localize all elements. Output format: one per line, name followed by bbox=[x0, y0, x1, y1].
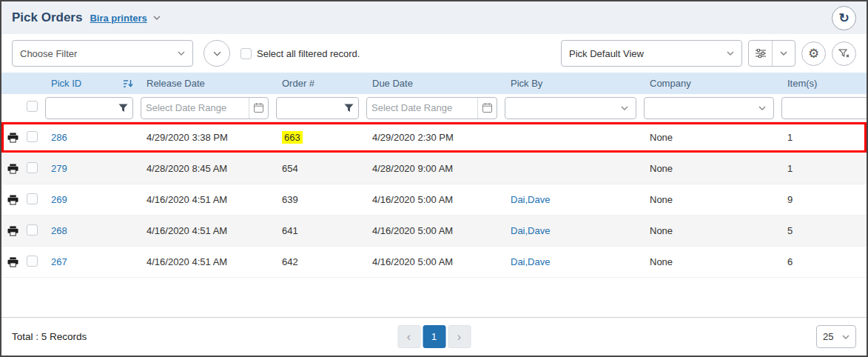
chevron-down-icon bbox=[780, 51, 787, 56]
chevron-down-icon bbox=[842, 335, 850, 339]
view-select[interactable]: Pick Default View bbox=[561, 40, 742, 67]
filter-company-cell bbox=[642, 97, 780, 119]
company-cell: None bbox=[642, 225, 780, 236]
total-records-label: Total : 5 Records bbox=[12, 331, 87, 342]
print-cell bbox=[1, 164, 24, 174]
order-value: 642 bbox=[282, 256, 298, 267]
column-header-pick-by[interactable]: Pick By bbox=[503, 78, 642, 89]
calendar-icon bbox=[482, 103, 492, 113]
toolbar: Choose Filter Select all filtered record… bbox=[1, 34, 867, 73]
chevron-down-icon bbox=[727, 51, 734, 56]
release-date-calendar-button[interactable] bbox=[249, 98, 268, 119]
order-value: 654 bbox=[282, 163, 298, 174]
items-value: 1 bbox=[787, 132, 793, 143]
print-button[interactable] bbox=[7, 164, 18, 174]
column-label-due-date: Due Date bbox=[372, 78, 413, 89]
order-filter-menu-button[interactable] bbox=[340, 98, 358, 119]
due-date-calendar-button[interactable] bbox=[477, 98, 497, 119]
items-value: 5 bbox=[787, 225, 793, 236]
print-cell bbox=[1, 133, 24, 143]
order-cell: 639 bbox=[275, 194, 365, 205]
column-settings-button[interactable] bbox=[749, 41, 772, 66]
company-value: None bbox=[650, 256, 673, 267]
column-header-release-date[interactable]: Release Date bbox=[139, 78, 275, 89]
table-row: 268 4/16/2020 4:51 AM 641 4/16/2020 5:00… bbox=[1, 216, 867, 247]
pick-id-link[interactable]: 279 bbox=[51, 163, 67, 174]
due-date-filter-input[interactable] bbox=[367, 98, 477, 119]
row-checkbox[interactable] bbox=[27, 193, 38, 204]
pick-by-value[interactable]: Dai,Dave bbox=[511, 194, 550, 205]
column-label-order: Order # bbox=[282, 78, 314, 89]
current-page-button[interactable]: 1 bbox=[423, 325, 445, 348]
print-button[interactable] bbox=[7, 226, 18, 236]
pick-id-filter-menu-button[interactable] bbox=[114, 98, 132, 119]
items-cell: 6 bbox=[780, 256, 867, 267]
print-button[interactable] bbox=[7, 133, 18, 143]
items-filter-input[interactable] bbox=[782, 98, 868, 119]
page-size-select[interactable]: 25 bbox=[816, 325, 856, 348]
sort-icon[interactable] bbox=[124, 79, 133, 88]
row-checkbox[interactable] bbox=[27, 256, 38, 267]
prev-page-button[interactable]: ‹ bbox=[397, 325, 420, 348]
order-filter-input[interactable] bbox=[277, 98, 340, 119]
pick-id-link[interactable]: 267 bbox=[51, 256, 67, 267]
clear-filters-button[interactable] bbox=[832, 41, 856, 66]
table-body: 286 4/29/2020 3:38 PM 663 4/29/2020 2:30… bbox=[1, 122, 867, 278]
items-cell: 1 bbox=[780, 132, 867, 143]
choose-filter-select[interactable]: Choose Filter bbox=[12, 40, 193, 67]
filter-checkbox-cell bbox=[24, 101, 44, 115]
pick-by-value[interactable]: Dai,Dave bbox=[511, 225, 550, 236]
select-all-filtered-checkbox[interactable] bbox=[240, 48, 252, 59]
checkbox-cell bbox=[24, 131, 44, 144]
chevron-down-icon bbox=[213, 51, 221, 56]
next-page-button[interactable]: › bbox=[448, 325, 471, 348]
refresh-button[interactable]: ↻ bbox=[832, 6, 856, 30]
row-checkbox[interactable] bbox=[27, 162, 38, 173]
company-selector-link[interactable]: Bira printers bbox=[90, 13, 147, 24]
select-all-rows-checkbox[interactable] bbox=[27, 101, 38, 112]
due-date-value: 4/16/2020 5:00 AM bbox=[372, 225, 453, 236]
clear-filter-icon bbox=[838, 49, 850, 59]
due-date-cell: 4/29/2020 2:30 PM bbox=[365, 132, 503, 143]
sliders-icon bbox=[756, 49, 766, 58]
pick-by-cell: Dai,Dave bbox=[503, 256, 642, 267]
filter-funnel-icon bbox=[344, 104, 354, 113]
pick-by-filter-select[interactable] bbox=[505, 97, 636, 119]
column-header-company[interactable]: Company bbox=[642, 78, 780, 89]
checkbox-cell bbox=[24, 256, 44, 269]
row-checkbox[interactable] bbox=[27, 131, 38, 142]
column-header-due-date[interactable]: Due Date bbox=[365, 78, 503, 89]
chevron-down-icon[interactable] bbox=[153, 16, 161, 20]
settings-button[interactable]: ⚙ bbox=[801, 41, 826, 66]
checkbox-cell bbox=[24, 193, 44, 207]
pick-id-link[interactable]: 269 bbox=[51, 194, 67, 205]
release-date-cell: 4/16/2020 4:51 AM bbox=[139, 256, 275, 267]
column-label-pick-id: Pick ID bbox=[51, 78, 81, 89]
print-button[interactable] bbox=[7, 195, 18, 205]
column-header-pick-id[interactable]: Pick ID bbox=[44, 78, 139, 89]
print-button[interactable] bbox=[7, 257, 18, 267]
pick-id-cell: 267 bbox=[44, 256, 139, 267]
filter-due-date-cell bbox=[365, 97, 503, 119]
release-date-filter-input[interactable] bbox=[141, 98, 249, 119]
chevron-down-icon bbox=[758, 106, 766, 110]
pick-id-link[interactable]: 268 bbox=[51, 225, 67, 236]
column-header-items[interactable]: Item(s) bbox=[780, 78, 867, 89]
company-filter-select[interactable] bbox=[644, 97, 774, 119]
items-cell: 9 bbox=[780, 194, 867, 205]
table-row: 267 4/16/2020 4:51 AM 642 4/16/2020 5:00… bbox=[1, 247, 867, 278]
view-options-dropdown-button[interactable] bbox=[772, 41, 795, 66]
expand-filter-button[interactable] bbox=[203, 40, 230, 67]
pick-by-value[interactable]: Dai,Dave bbox=[511, 256, 550, 267]
pick-id-filter-input[interactable] bbox=[46, 98, 114, 119]
row-checkbox[interactable] bbox=[27, 224, 38, 236]
column-header-order[interactable]: Order # bbox=[275, 78, 365, 89]
order-value: 639 bbox=[282, 194, 298, 205]
order-cell: 654 bbox=[275, 163, 365, 174]
printer-icon bbox=[7, 257, 18, 267]
column-label-company: Company bbox=[650, 78, 691, 89]
pick-id-link[interactable]: 286 bbox=[51, 132, 67, 143]
calendar-icon bbox=[254, 103, 263, 113]
order-cell: 641 bbox=[275, 225, 365, 236]
order-value: 641 bbox=[282, 225, 298, 236]
